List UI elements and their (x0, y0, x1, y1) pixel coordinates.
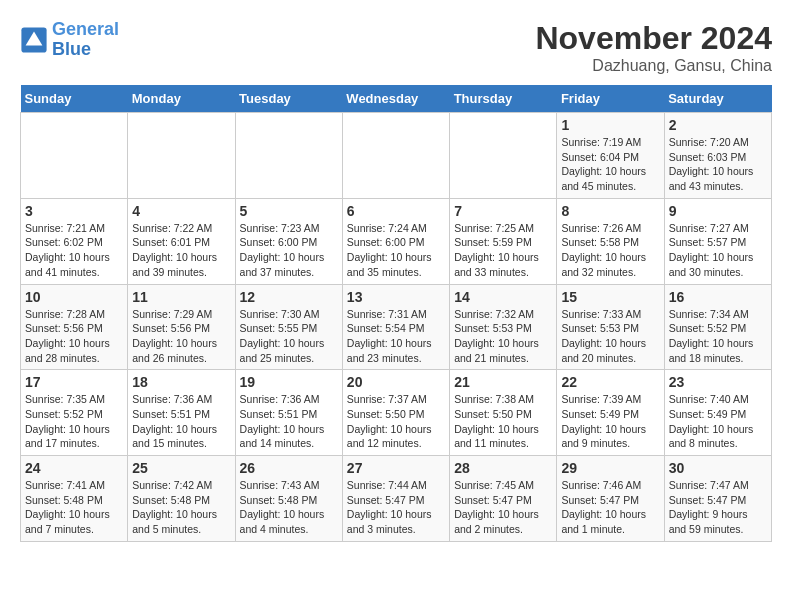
day-number: 16 (669, 289, 767, 305)
day-info: Sunrise: 7:22 AM Sunset: 6:01 PM Dayligh… (132, 221, 230, 280)
calendar-cell: 23Sunrise: 7:40 AM Sunset: 5:49 PM Dayli… (664, 370, 771, 456)
day-info: Sunrise: 7:44 AM Sunset: 5:47 PM Dayligh… (347, 478, 445, 537)
calendar-cell (235, 113, 342, 199)
calendar-week-2: 3Sunrise: 7:21 AM Sunset: 6:02 PM Daylig… (21, 198, 772, 284)
calendar-cell: 2Sunrise: 7:20 AM Sunset: 6:03 PM Daylig… (664, 113, 771, 199)
calendar-cell: 30Sunrise: 7:47 AM Sunset: 5:47 PM Dayli… (664, 456, 771, 542)
calendar-cell (342, 113, 449, 199)
calendar-cell: 21Sunrise: 7:38 AM Sunset: 5:50 PM Dayli… (450, 370, 557, 456)
day-info: Sunrise: 7:26 AM Sunset: 5:58 PM Dayligh… (561, 221, 659, 280)
calendar-cell (21, 113, 128, 199)
calendar-cell: 27Sunrise: 7:44 AM Sunset: 5:47 PM Dayli… (342, 456, 449, 542)
day-info: Sunrise: 7:42 AM Sunset: 5:48 PM Dayligh… (132, 478, 230, 537)
day-number: 26 (240, 460, 338, 476)
day-number: 22 (561, 374, 659, 390)
day-info: Sunrise: 7:25 AM Sunset: 5:59 PM Dayligh… (454, 221, 552, 280)
weekday-header-monday: Monday (128, 85, 235, 113)
calendar-cell: 4Sunrise: 7:22 AM Sunset: 6:01 PM Daylig… (128, 198, 235, 284)
calendar-cell: 9Sunrise: 7:27 AM Sunset: 5:57 PM Daylig… (664, 198, 771, 284)
calendar-cell: 15Sunrise: 7:33 AM Sunset: 5:53 PM Dayli… (557, 284, 664, 370)
day-info: Sunrise: 7:21 AM Sunset: 6:02 PM Dayligh… (25, 221, 123, 280)
calendar-cell: 8Sunrise: 7:26 AM Sunset: 5:58 PM Daylig… (557, 198, 664, 284)
day-info: Sunrise: 7:27 AM Sunset: 5:57 PM Dayligh… (669, 221, 767, 280)
calendar-cell: 14Sunrise: 7:32 AM Sunset: 5:53 PM Dayli… (450, 284, 557, 370)
day-number: 27 (347, 460, 445, 476)
logo: General Blue (20, 20, 119, 60)
day-info: Sunrise: 7:39 AM Sunset: 5:49 PM Dayligh… (561, 392, 659, 451)
day-number: 19 (240, 374, 338, 390)
calendar-cell: 28Sunrise: 7:45 AM Sunset: 5:47 PM Dayli… (450, 456, 557, 542)
calendar-table: SundayMondayTuesdayWednesdayThursdayFrid… (20, 85, 772, 542)
day-number: 30 (669, 460, 767, 476)
day-info: Sunrise: 7:40 AM Sunset: 5:49 PM Dayligh… (669, 392, 767, 451)
day-number: 14 (454, 289, 552, 305)
page-header: General Blue November 2024 Dazhuang, Gan… (20, 20, 772, 75)
calendar-week-3: 10Sunrise: 7:28 AM Sunset: 5:56 PM Dayli… (21, 284, 772, 370)
day-number: 11 (132, 289, 230, 305)
calendar-cell: 18Sunrise: 7:36 AM Sunset: 5:51 PM Dayli… (128, 370, 235, 456)
calendar-week-1: 1Sunrise: 7:19 AM Sunset: 6:04 PM Daylig… (21, 113, 772, 199)
day-number: 23 (669, 374, 767, 390)
weekday-header-friday: Friday (557, 85, 664, 113)
day-info: Sunrise: 7:45 AM Sunset: 5:47 PM Dayligh… (454, 478, 552, 537)
day-number: 2 (669, 117, 767, 133)
day-number: 6 (347, 203, 445, 219)
day-info: Sunrise: 7:33 AM Sunset: 5:53 PM Dayligh… (561, 307, 659, 366)
day-number: 3 (25, 203, 123, 219)
day-number: 25 (132, 460, 230, 476)
calendar-week-4: 17Sunrise: 7:35 AM Sunset: 5:52 PM Dayli… (21, 370, 772, 456)
day-number: 7 (454, 203, 552, 219)
day-number: 1 (561, 117, 659, 133)
month-title: November 2024 (535, 20, 772, 57)
day-info: Sunrise: 7:34 AM Sunset: 5:52 PM Dayligh… (669, 307, 767, 366)
calendar-cell: 20Sunrise: 7:37 AM Sunset: 5:50 PM Dayli… (342, 370, 449, 456)
day-number: 18 (132, 374, 230, 390)
day-info: Sunrise: 7:38 AM Sunset: 5:50 PM Dayligh… (454, 392, 552, 451)
weekday-header-tuesday: Tuesday (235, 85, 342, 113)
calendar-cell: 19Sunrise: 7:36 AM Sunset: 5:51 PM Dayli… (235, 370, 342, 456)
day-number: 24 (25, 460, 123, 476)
weekday-header-saturday: Saturday (664, 85, 771, 113)
day-info: Sunrise: 7:31 AM Sunset: 5:54 PM Dayligh… (347, 307, 445, 366)
day-number: 9 (669, 203, 767, 219)
day-info: Sunrise: 7:47 AM Sunset: 5:47 PM Dayligh… (669, 478, 767, 537)
calendar-cell: 24Sunrise: 7:41 AM Sunset: 5:48 PM Dayli… (21, 456, 128, 542)
day-number: 5 (240, 203, 338, 219)
day-info: Sunrise: 7:32 AM Sunset: 5:53 PM Dayligh… (454, 307, 552, 366)
weekday-header-wednesday: Wednesday (342, 85, 449, 113)
day-info: Sunrise: 7:37 AM Sunset: 5:50 PM Dayligh… (347, 392, 445, 451)
calendar-cell: 11Sunrise: 7:29 AM Sunset: 5:56 PM Dayli… (128, 284, 235, 370)
day-number: 21 (454, 374, 552, 390)
day-info: Sunrise: 7:46 AM Sunset: 5:47 PM Dayligh… (561, 478, 659, 537)
location: Dazhuang, Gansu, China (535, 57, 772, 75)
calendar-cell: 29Sunrise: 7:46 AM Sunset: 5:47 PM Dayli… (557, 456, 664, 542)
title-block: November 2024 Dazhuang, Gansu, China (535, 20, 772, 75)
day-info: Sunrise: 7:29 AM Sunset: 5:56 PM Dayligh… (132, 307, 230, 366)
day-info: Sunrise: 7:20 AM Sunset: 6:03 PM Dayligh… (669, 135, 767, 194)
calendar-cell: 17Sunrise: 7:35 AM Sunset: 5:52 PM Dayli… (21, 370, 128, 456)
day-info: Sunrise: 7:41 AM Sunset: 5:48 PM Dayligh… (25, 478, 123, 537)
day-number: 17 (25, 374, 123, 390)
day-info: Sunrise: 7:35 AM Sunset: 5:52 PM Dayligh… (25, 392, 123, 451)
weekday-header-thursday: Thursday (450, 85, 557, 113)
day-number: 12 (240, 289, 338, 305)
day-number: 20 (347, 374, 445, 390)
day-info: Sunrise: 7:23 AM Sunset: 6:00 PM Dayligh… (240, 221, 338, 280)
calendar-cell: 6Sunrise: 7:24 AM Sunset: 6:00 PM Daylig… (342, 198, 449, 284)
day-number: 8 (561, 203, 659, 219)
calendar-cell: 13Sunrise: 7:31 AM Sunset: 5:54 PM Dayli… (342, 284, 449, 370)
day-info: Sunrise: 7:24 AM Sunset: 6:00 PM Dayligh… (347, 221, 445, 280)
logo-text: General Blue (52, 20, 119, 60)
calendar-cell: 7Sunrise: 7:25 AM Sunset: 5:59 PM Daylig… (450, 198, 557, 284)
day-number: 28 (454, 460, 552, 476)
calendar-cell (450, 113, 557, 199)
weekday-header-sunday: Sunday (21, 85, 128, 113)
calendar-cell: 25Sunrise: 7:42 AM Sunset: 5:48 PM Dayli… (128, 456, 235, 542)
day-info: Sunrise: 7:30 AM Sunset: 5:55 PM Dayligh… (240, 307, 338, 366)
day-number: 10 (25, 289, 123, 305)
calendar-cell: 12Sunrise: 7:30 AM Sunset: 5:55 PM Dayli… (235, 284, 342, 370)
day-number: 13 (347, 289, 445, 305)
calendar-cell: 5Sunrise: 7:23 AM Sunset: 6:00 PM Daylig… (235, 198, 342, 284)
day-info: Sunrise: 7:28 AM Sunset: 5:56 PM Dayligh… (25, 307, 123, 366)
day-number: 4 (132, 203, 230, 219)
